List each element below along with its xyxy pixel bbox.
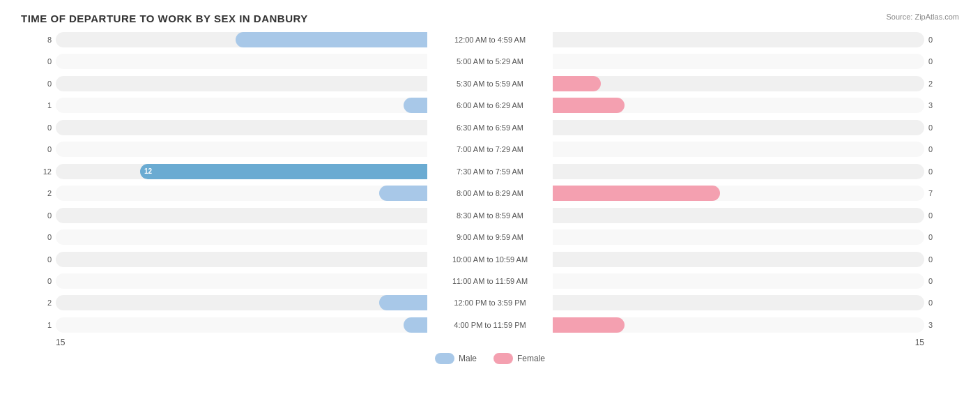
val-left: 0 [21, 277, 56, 285]
chart-container: TIME OF DEPARTURE TO WORK BY SEX IN DANB… [0, 0, 980, 415]
right-half [553, 54, 924, 69]
left-half [56, 273, 427, 289]
center-label: 8:30 AM to 8:59 AM [427, 211, 553, 220]
bars-wrapper: 6:30 AM to 6:59 AM [56, 118, 924, 137]
val-right: 0 [924, 57, 959, 66]
center-label: 7:30 AM to 7:59 AM [427, 167, 553, 176]
female-bar [553, 98, 625, 113]
val-left: 0 [21, 57, 56, 66]
legend-male: Male [435, 353, 477, 364]
legend: Male Female [21, 353, 959, 364]
center-label: 4:00 PM to 11:59 PM [427, 321, 553, 329]
right-half [553, 208, 924, 223]
table-row: 0 5:30 AM to 5:59 AM 2 [21, 74, 959, 93]
center-label: 12:00 PM to 3:59 PM [427, 299, 553, 307]
val-left: 0 [21, 211, 56, 220]
left-half [56, 54, 427, 69]
female-bar [553, 186, 720, 201]
val-right: 0 [924, 255, 959, 264]
table-row: 0 9:00 AM to 9:59 AM 0 [21, 227, 959, 247]
val-right: 0 [924, 145, 959, 153]
male-bar [236, 32, 427, 47]
left-half [56, 252, 427, 267]
left-half [56, 142, 427, 157]
bars-wrapper: 5:00 AM to 5:29 AM [56, 52, 924, 71]
table-row: 2 8:00 AM to 8:29 AM 7 [21, 183, 959, 203]
center-label: 5:00 AM to 5:29 AM [427, 57, 553, 66]
axis-right: 15 [915, 338, 924, 347]
val-right: 0 [924, 277, 959, 285]
bars-wrapper: 11:00 AM to 11:59 AM [56, 271, 924, 291]
bars-wrapper: 8:00 AM to 8:29 AM [56, 183, 924, 203]
bars-wrapper: 9:00 AM to 9:59 AM [56, 227, 924, 247]
male-bar [404, 98, 427, 113]
right-half [553, 295, 924, 310]
right-half [553, 273, 924, 289]
left-half [56, 32, 427, 47]
val-left: 12 [21, 167, 56, 176]
center-label: 8:00 AM to 8:29 AM [427, 189, 553, 197]
female-bar [553, 317, 625, 333]
left-half: 12 [56, 164, 427, 179]
right-half [553, 252, 924, 267]
table-row: 0 5:00 AM to 5:29 AM 0 [21, 52, 959, 71]
bars-wrapper: 12 7:30 AM to 7:59 AM [56, 162, 924, 181]
val-left: 0 [21, 233, 56, 241]
left-half [56, 229, 427, 245]
left-half [56, 208, 427, 223]
val-right: 3 [924, 321, 959, 329]
center-label: 7:00 AM to 7:29 AM [427, 145, 553, 153]
val-right: 2 [924, 80, 959, 88]
left-half [56, 76, 427, 91]
val-right: 3 [924, 101, 959, 110]
right-half [553, 186, 924, 201]
male-swatch [435, 353, 454, 364]
center-label: 5:30 AM to 5:59 AM [427, 80, 553, 88]
val-right: 0 [924, 123, 959, 132]
right-half [553, 142, 924, 157]
bars-wrapper: 6:00 AM to 6:29 AM [56, 96, 924, 115]
source-label: Source: ZipAtlas.com [886, 13, 959, 21]
val-left: 0 [21, 80, 56, 88]
legend-female: Female [493, 353, 545, 364]
bars-wrapper: 12:00 AM to 4:59 AM [56, 30, 924, 50]
right-half [553, 32, 924, 47]
bars-wrapper: 10:00 AM to 10:59 AM [56, 250, 924, 269]
left-half [56, 98, 427, 113]
male-bar [404, 317, 427, 333]
val-left: 1 [21, 101, 56, 110]
axis-left: 15 [56, 338, 65, 347]
table-row: 1 4:00 PM to 11:59 PM 3 [21, 315, 959, 335]
center-label: 6:30 AM to 6:59 AM [427, 123, 553, 132]
table-row: 0 8:30 AM to 8:59 AM 0 [21, 206, 959, 225]
right-half [553, 164, 924, 179]
bars-wrapper: 7:00 AM to 7:29 AM [56, 139, 924, 159]
table-row: 0 7:00 AM to 7:29 AM 0 [21, 139, 959, 159]
bars-wrapper: 8:30 AM to 8:59 AM [56, 206, 924, 225]
female-swatch [493, 353, 513, 364]
val-left: 0 [21, 255, 56, 264]
right-half [553, 120, 924, 135]
val-left: 0 [21, 145, 56, 153]
table-row: 1 6:00 AM to 6:29 AM 3 [21, 96, 959, 115]
center-label: 9:00 AM to 9:59 AM [427, 233, 553, 241]
table-row: 0 6:30 AM to 6:59 AM 0 [21, 118, 959, 137]
right-half [553, 229, 924, 245]
female-bar [553, 76, 601, 91]
val-left: 2 [21, 189, 56, 197]
left-half [56, 295, 427, 310]
male-bar: 12 [140, 164, 427, 179]
val-left: 8 [21, 36, 56, 44]
male-bar [379, 186, 427, 201]
right-half [553, 317, 924, 333]
bars-wrapper: 12:00 PM to 3:59 PM [56, 293, 924, 312]
val-right: 0 [924, 211, 959, 220]
right-half [553, 76, 924, 91]
bars-wrapper: 4:00 PM to 11:59 PM [56, 315, 924, 335]
center-label: 12:00 AM to 4:59 AM [427, 36, 553, 44]
axis-labels: 15 15 [21, 338, 959, 347]
table-row: 12 12 7:30 AM to 7:59 AM 0 [21, 162, 959, 181]
val-left: 1 [21, 321, 56, 329]
rows-container: 8 12:00 AM to 4:59 AM 0 0 5:00 AM t [21, 30, 959, 335]
female-label: Female [517, 354, 545, 363]
